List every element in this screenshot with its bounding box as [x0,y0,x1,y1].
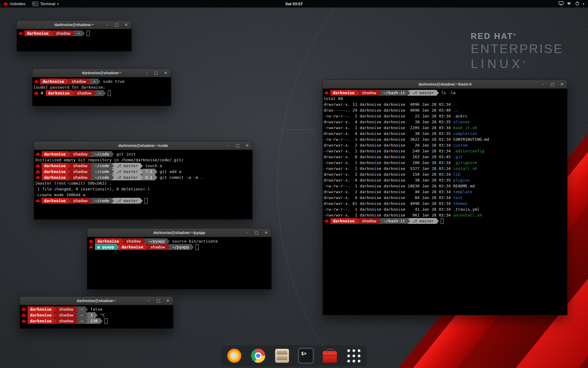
window-maximize-button[interactable]: □ [156,298,160,303]
prompt-segment: shadow [70,163,90,169]
app-menu-terminal[interactable]: >_ Terminal ▾ [29,0,62,7]
system-status-area[interactable]: ▾ [555,0,588,7]
command-text: false [88,306,102,312]
terminal-content[interactable]: darknoiseshadow~ [17,29,131,37]
output-text: create mode 100644 a [35,192,85,198]
window-close-button[interactable]: ✕ [560,82,564,86]
window-titlebar[interactable]: darknoise@shadow:~/bash-it–□✕ [323,80,567,89]
toolbox-icon[interactable] [322,347,338,364]
window-controls: –□✕ [245,228,268,237]
output-text: -rwxrwxr-x. 1 darknoise darknoise 240 Ja… [324,148,453,154]
output-text: .gitignore [453,160,477,166]
powerline-arrow-icon [90,198,92,204]
powerline-arrow-icon [88,79,91,84]
window-minimize-button[interactable]: – [541,82,545,86]
terminal-line: [sudo] password for darknoise: [33,84,170,90]
terminal-cursor [104,318,107,324]
terminal-line: total 68 [324,96,566,102]
terminal-cursor [145,198,148,204]
terminal-line: darknoiseshadow~ [18,30,130,36]
terminal-line: drwxrwxr-x. 8 darknoise darknoise 163 Ja… [324,154,566,160]
window-minimize-button[interactable]: – [147,298,151,303]
terminal-line: darknoiseshadow~/code⎇ masterS:1 git com… [35,174,251,180]
clock[interactable]: Sat 03:57 [285,2,303,6]
window-close-button[interactable]: ✕ [124,22,128,27]
terminal-content[interactable]: darknoiseshadow~/code git initInitialize… [34,150,252,205]
terminal-cursor [87,31,90,36]
window-titlebar[interactable]: darknoise@shadow:~/pyapp–□✕ [87,228,271,237]
powerline-arrow-icon [140,163,143,169]
powerline-arrow-icon [51,31,53,36]
terminal-dock-icon[interactable]: $> [298,347,314,364]
terminal-line: drwxrwxr-x. 4 darknoise darknoise 38 Jan… [324,177,566,183]
app-grid-dots [347,349,360,362]
powerline-arrow-icon [54,307,56,312]
terminal-line: drwxrwxr-x. 4 darknoise darknoise 38 Jan… [324,131,566,136]
window-maximize-button[interactable]: □ [550,82,555,86]
terminal-content[interactable]: darknoiseshadow~ falsedarknoiseshadow~1 … [20,305,173,325]
window-close-button[interactable]: ✕ [164,71,168,75]
registered-mark: ® [523,60,529,64]
window-close-button[interactable]: ✕ [166,298,170,303]
prompt-segment: ⎇ master [114,198,140,204]
app-grid-icon[interactable] [345,347,362,364]
window-controls: –□✕ [226,141,249,150]
window-minimize-button[interactable]: – [105,22,109,27]
prompt-segment: ~/pyapp [145,238,167,244]
output-text: test [453,195,463,201]
window-close-button[interactable]: ✕ [245,143,249,148]
output-text: -rw-rw-r--. 1 darknoise darknoise 41 Jan… [324,206,480,212]
powerline-arrow-icon [85,318,88,324]
window-maximize-button[interactable]: □ [154,71,158,75]
redhat-prompt-icon [36,198,40,203]
window-minimize-button[interactable]: – [226,143,230,148]
powerline-arrow-icon [408,90,410,96]
terminal-line: darknoiseshadow~/code⎇ master?:1 git add… [35,169,251,174]
terminal-window: darknoise@shadow:~–□✕darknoiseshadow~ su… [32,68,171,106]
terminal-content[interactable]: darknoiseshadow~ sudo true[sudo] passwor… [32,77,171,97]
prompt-segment: darknoise [28,306,54,312]
files-icon[interactable] [274,347,290,364]
terminal-content[interactable]: darknoiseshadow~/bash-it⎇ master ls -lat… [323,89,567,225]
command-text: ls -la [439,90,456,96]
terminal-line: -rwxrwxr-x. 1 darknoise darknoise 206 Ja… [324,160,566,166]
chrome-icon[interactable] [250,347,266,364]
window-maximize-button[interactable]: □ [254,230,259,235]
window-title: darknoise@shadow:~/code [119,144,168,148]
window-maximize-button[interactable]: □ [115,22,119,27]
terminal-line: -rwxrwxr-x. 1 darknoise darknoise 961 Ja… [324,212,566,218]
window-minimize-button[interactable]: – [145,71,149,75]
terminal-line: 1 file changed, 0 insertions(+), 0 delet… [35,186,251,192]
output-text: -rw-rw-r--. 1 darknoise darknoise 22 Jan… [324,113,468,119]
window-titlebar[interactable]: darknoise@shadow:~–□✕ [32,69,171,77]
output-text: completion [453,131,477,136]
window-titlebar[interactable]: darknoise@shadow:~–□✕ [17,21,131,29]
window-minimize-button[interactable]: – [245,230,249,235]
output-text: drwxrwxr-x. 2 darknoise darknoise 40 Jan… [324,189,453,195]
redhat-prompt-icon [21,313,26,317]
prompt-segment: shadow [69,79,88,84]
terminal-content[interactable]: darknoiseshadow~/pyapp source bin/activa… [87,237,271,251]
window-maximize-button[interactable]: □ [236,143,240,148]
terminal-line: darknoiseshadow~ false [21,306,172,312]
window-titlebar[interactable]: darknoise@shadow:~–□✕ [20,297,173,305]
firefox-icon[interactable] [226,347,243,364]
terminal-cursor [441,218,444,224]
output-text: template [453,189,473,195]
prompt-segment: ⎇ master [410,218,436,224]
window-close-button[interactable]: ✕ [264,230,268,235]
redhat-prompt-icon [36,169,40,174]
prompt-segment: darknoise [28,318,54,324]
prompt-segment: shadow [359,218,379,224]
dock: $> [221,345,367,366]
redhat-prompt-icon [34,79,39,84]
window-titlebar[interactable]: darknoise@shadow:~/code–□✕ [34,141,252,150]
activities-button[interactable]: Activities [0,0,29,7]
powerline-arrow-icon [140,175,143,180]
terminal-line: drwxrwxr-x. 2 darknoise darknoise 150 Ja… [324,171,566,177]
redhat-prompt-icon [34,91,39,95]
prompt-segment: darknoise [42,174,68,180]
window-title: darknoise@shadow:~ [54,23,94,27]
powerline-arrow-icon [66,79,69,84]
powerline-arrow-icon [379,218,381,224]
